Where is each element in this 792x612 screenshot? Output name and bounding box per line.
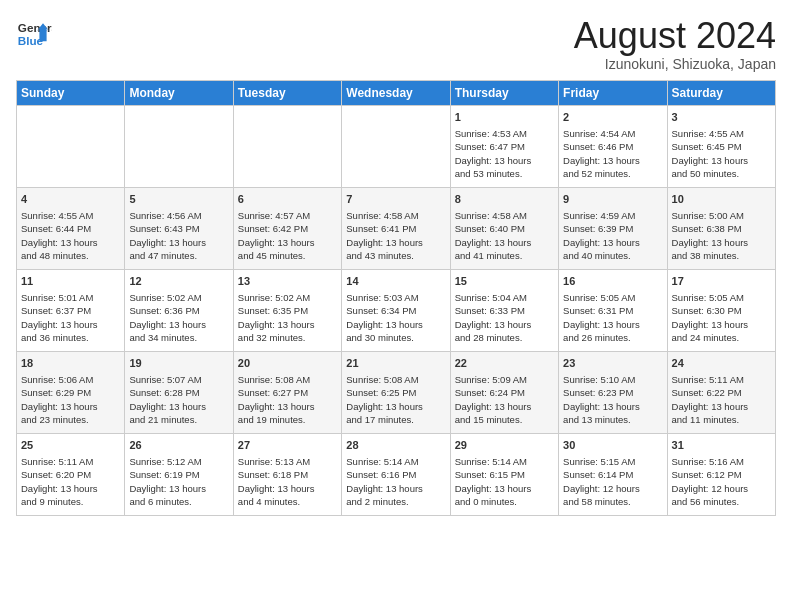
day-info: Sunrise: 4:55 AM Sunset: 6:45 PM Dayligh… [672, 127, 771, 180]
calendar-cell: 23Sunrise: 5:10 AM Sunset: 6:23 PM Dayli… [559, 351, 667, 433]
calendar-cell: 4Sunrise: 4:55 AM Sunset: 6:44 PM Daylig… [17, 187, 125, 269]
day-number: 14 [346, 274, 445, 289]
calendar-cell: 28Sunrise: 5:14 AM Sunset: 6:16 PM Dayli… [342, 433, 450, 515]
day-info: Sunrise: 5:12 AM Sunset: 6:19 PM Dayligh… [129, 455, 228, 508]
location: Izunokuni, Shizuoka, Japan [574, 56, 776, 72]
day-number: 5 [129, 192, 228, 207]
logo: General Blue [16, 16, 52, 52]
day-info: Sunrise: 4:57 AM Sunset: 6:42 PM Dayligh… [238, 209, 337, 262]
day-info: Sunrise: 5:13 AM Sunset: 6:18 PM Dayligh… [238, 455, 337, 508]
day-number: 20 [238, 356, 337, 371]
weekday-header-tuesday: Tuesday [233, 80, 341, 105]
day-number: 23 [563, 356, 662, 371]
day-number: 4 [21, 192, 120, 207]
calendar-cell: 3Sunrise: 4:55 AM Sunset: 6:45 PM Daylig… [667, 105, 775, 187]
day-info: Sunrise: 5:08 AM Sunset: 6:25 PM Dayligh… [346, 373, 445, 426]
calendar-week-3: 11Sunrise: 5:01 AM Sunset: 6:37 PM Dayli… [17, 269, 776, 351]
weekday-header-sunday: Sunday [17, 80, 125, 105]
calendar-cell: 18Sunrise: 5:06 AM Sunset: 6:29 PM Dayli… [17, 351, 125, 433]
calendar-cell: 29Sunrise: 5:14 AM Sunset: 6:15 PM Dayli… [450, 433, 558, 515]
calendar-week-1: 1Sunrise: 4:53 AM Sunset: 6:47 PM Daylig… [17, 105, 776, 187]
day-number: 8 [455, 192, 554, 207]
day-info: Sunrise: 5:06 AM Sunset: 6:29 PM Dayligh… [21, 373, 120, 426]
weekday-header-row: SundayMondayTuesdayWednesdayThursdayFrid… [17, 80, 776, 105]
day-info: Sunrise: 5:11 AM Sunset: 6:20 PM Dayligh… [21, 455, 120, 508]
calendar-table: SundayMondayTuesdayWednesdayThursdayFrid… [16, 80, 776, 516]
day-number: 3 [672, 110, 771, 125]
day-number: 19 [129, 356, 228, 371]
day-number: 25 [21, 438, 120, 453]
title-block: August 2024 Izunokuni, Shizuoka, Japan [574, 16, 776, 72]
calendar-cell: 21Sunrise: 5:08 AM Sunset: 6:25 PM Dayli… [342, 351, 450, 433]
calendar-cell: 31Sunrise: 5:16 AM Sunset: 6:12 PM Dayli… [667, 433, 775, 515]
day-info: Sunrise: 5:07 AM Sunset: 6:28 PM Dayligh… [129, 373, 228, 426]
calendar-cell: 25Sunrise: 5:11 AM Sunset: 6:20 PM Dayli… [17, 433, 125, 515]
calendar-week-5: 25Sunrise: 5:11 AM Sunset: 6:20 PM Dayli… [17, 433, 776, 515]
weekday-header-friday: Friday [559, 80, 667, 105]
day-number: 24 [672, 356, 771, 371]
calendar-cell [233, 105, 341, 187]
calendar-cell: 5Sunrise: 4:56 AM Sunset: 6:43 PM Daylig… [125, 187, 233, 269]
day-info: Sunrise: 5:16 AM Sunset: 6:12 PM Dayligh… [672, 455, 771, 508]
day-number: 29 [455, 438, 554, 453]
day-number: 16 [563, 274, 662, 289]
day-number: 11 [21, 274, 120, 289]
day-info: Sunrise: 4:55 AM Sunset: 6:44 PM Dayligh… [21, 209, 120, 262]
day-number: 27 [238, 438, 337, 453]
day-info: Sunrise: 4:58 AM Sunset: 6:41 PM Dayligh… [346, 209, 445, 262]
day-info: Sunrise: 5:14 AM Sunset: 6:15 PM Dayligh… [455, 455, 554, 508]
day-number: 31 [672, 438, 771, 453]
day-number: 6 [238, 192, 337, 207]
day-number: 7 [346, 192, 445, 207]
day-info: Sunrise: 4:53 AM Sunset: 6:47 PM Dayligh… [455, 127, 554, 180]
calendar-cell: 27Sunrise: 5:13 AM Sunset: 6:18 PM Dayli… [233, 433, 341, 515]
logo-icon: General Blue [16, 16, 52, 52]
day-number: 12 [129, 274, 228, 289]
day-info: Sunrise: 5:01 AM Sunset: 6:37 PM Dayligh… [21, 291, 120, 344]
weekday-header-wednesday: Wednesday [342, 80, 450, 105]
page-header: General Blue August 2024 Izunokuni, Shiz… [16, 16, 776, 72]
day-number: 9 [563, 192, 662, 207]
calendar-week-4: 18Sunrise: 5:06 AM Sunset: 6:29 PM Dayli… [17, 351, 776, 433]
day-number: 13 [238, 274, 337, 289]
calendar-cell: 14Sunrise: 5:03 AM Sunset: 6:34 PM Dayli… [342, 269, 450, 351]
day-info: Sunrise: 5:14 AM Sunset: 6:16 PM Dayligh… [346, 455, 445, 508]
day-info: Sunrise: 4:54 AM Sunset: 6:46 PM Dayligh… [563, 127, 662, 180]
weekday-header-monday: Monday [125, 80, 233, 105]
weekday-header-saturday: Saturday [667, 80, 775, 105]
calendar-cell: 19Sunrise: 5:07 AM Sunset: 6:28 PM Dayli… [125, 351, 233, 433]
calendar-cell: 13Sunrise: 5:02 AM Sunset: 6:35 PM Dayli… [233, 269, 341, 351]
weekday-header-thursday: Thursday [450, 80, 558, 105]
calendar-cell [17, 105, 125, 187]
day-info: Sunrise: 5:11 AM Sunset: 6:22 PM Dayligh… [672, 373, 771, 426]
day-number: 10 [672, 192, 771, 207]
day-number: 2 [563, 110, 662, 125]
calendar-cell: 10Sunrise: 5:00 AM Sunset: 6:38 PM Dayli… [667, 187, 775, 269]
day-info: Sunrise: 5:02 AM Sunset: 6:36 PM Dayligh… [129, 291, 228, 344]
day-info: Sunrise: 5:02 AM Sunset: 6:35 PM Dayligh… [238, 291, 337, 344]
day-info: Sunrise: 5:08 AM Sunset: 6:27 PM Dayligh… [238, 373, 337, 426]
day-info: Sunrise: 5:09 AM Sunset: 6:24 PM Dayligh… [455, 373, 554, 426]
month-year: August 2024 [574, 16, 776, 56]
day-number: 22 [455, 356, 554, 371]
day-number: 26 [129, 438, 228, 453]
day-number: 15 [455, 274, 554, 289]
day-number: 21 [346, 356, 445, 371]
calendar-cell: 20Sunrise: 5:08 AM Sunset: 6:27 PM Dayli… [233, 351, 341, 433]
day-number: 18 [21, 356, 120, 371]
calendar-cell: 24Sunrise: 5:11 AM Sunset: 6:22 PM Dayli… [667, 351, 775, 433]
calendar-cell [125, 105, 233, 187]
calendar-cell: 6Sunrise: 4:57 AM Sunset: 6:42 PM Daylig… [233, 187, 341, 269]
day-info: Sunrise: 4:56 AM Sunset: 6:43 PM Dayligh… [129, 209, 228, 262]
day-number: 17 [672, 274, 771, 289]
day-info: Sunrise: 5:10 AM Sunset: 6:23 PM Dayligh… [563, 373, 662, 426]
day-info: Sunrise: 5:05 AM Sunset: 6:30 PM Dayligh… [672, 291, 771, 344]
calendar-cell [342, 105, 450, 187]
calendar-cell: 17Sunrise: 5:05 AM Sunset: 6:30 PM Dayli… [667, 269, 775, 351]
calendar-cell: 22Sunrise: 5:09 AM Sunset: 6:24 PM Dayli… [450, 351, 558, 433]
calendar-cell: 26Sunrise: 5:12 AM Sunset: 6:19 PM Dayli… [125, 433, 233, 515]
day-info: Sunrise: 5:15 AM Sunset: 6:14 PM Dayligh… [563, 455, 662, 508]
calendar-cell: 15Sunrise: 5:04 AM Sunset: 6:33 PM Dayli… [450, 269, 558, 351]
calendar-cell: 30Sunrise: 5:15 AM Sunset: 6:14 PM Dayli… [559, 433, 667, 515]
calendar-cell: 1Sunrise: 4:53 AM Sunset: 6:47 PM Daylig… [450, 105, 558, 187]
